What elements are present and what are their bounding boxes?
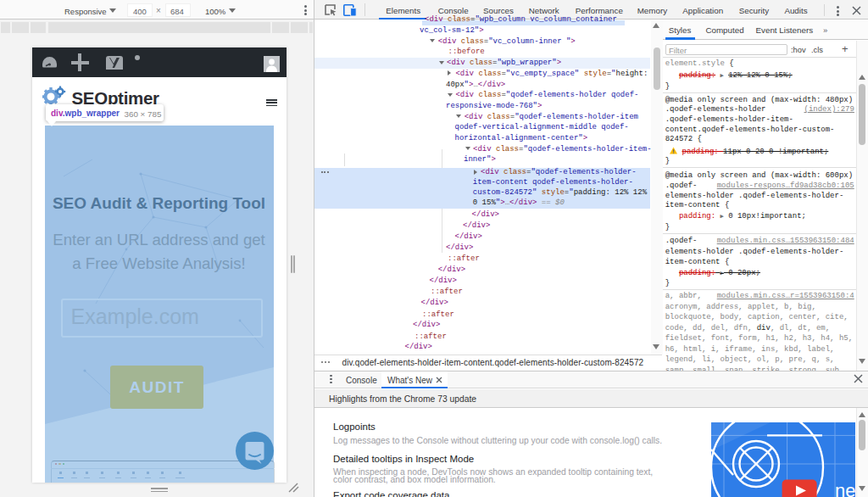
svg-text:ne: ne bbox=[835, 480, 855, 497]
